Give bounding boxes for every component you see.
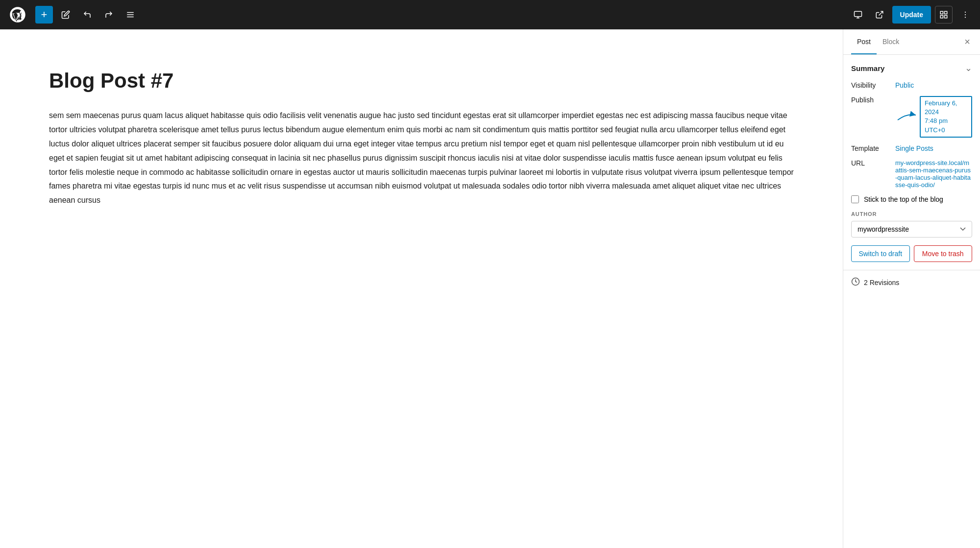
- revisions-label: 2 Revisions: [864, 279, 899, 286]
- revisions-icon: [851, 277, 860, 288]
- svg-point-11: [965, 12, 966, 13]
- action-buttons: Switch to draft Move to trash: [851, 245, 972, 262]
- sticky-checkbox-row: Stick to the top of the blog: [851, 195, 972, 203]
- redo-button[interactable]: [100, 6, 118, 24]
- publish-annotation: February 6, 20247:48 pm UTC+0: [895, 96, 972, 138]
- preview-device-button[interactable]: [849, 6, 867, 24]
- update-button[interactable]: Update: [892, 6, 931, 24]
- author-label: AUTHOR: [851, 211, 972, 217]
- svg-rect-3: [854, 11, 861, 17]
- post-content[interactable]: sem sem maecenas purus quam lacus alique…: [49, 109, 794, 208]
- post-title[interactable]: Blog Post #7: [49, 69, 794, 93]
- svg-rect-7: [940, 11, 943, 14]
- visibility-row: Visibility Public: [851, 81, 972, 89]
- editor-area[interactable]: Blog Post #7 sem sem maecenas purus quam…: [0, 29, 843, 548]
- undo-button[interactable]: [78, 6, 96, 24]
- view-post-button[interactable]: [871, 6, 888, 24]
- toolbar-right: Update: [849, 6, 974, 24]
- toolbar: +: [0, 0, 980, 29]
- svg-rect-10: [940, 16, 943, 18]
- author-select[interactable]: mywordpresssite: [851, 221, 972, 238]
- url-row: URL my-wordpress-site.local/mattis-sem-m…: [851, 159, 972, 189]
- sticky-checkbox[interactable]: [851, 195, 859, 203]
- url-label: URL: [851, 159, 895, 167]
- summary-section: Summary ⌄ Visibility Public Publish: [843, 55, 980, 270]
- template-label: Template: [851, 144, 895, 152]
- publish-date-box[interactable]: February 6, 20247:48 pm UTC+0: [920, 96, 972, 138]
- wp-logo: [6, 0, 29, 29]
- edit-tool-button[interactable]: [57, 6, 74, 24]
- sticky-label[interactable]: Stick to the top of the blog: [864, 195, 943, 203]
- more-options-button[interactable]: [956, 6, 974, 24]
- template-value[interactable]: Single Posts: [895, 144, 972, 152]
- summary-toggle-button[interactable]: ⌄: [965, 63, 972, 73]
- settings-panel-button[interactable]: [935, 6, 953, 24]
- section-header: Summary ⌄: [851, 63, 972, 73]
- visibility-value[interactable]: Public: [895, 81, 972, 89]
- list-view-button[interactable]: [122, 6, 139, 24]
- visibility-label: Visibility: [851, 81, 895, 89]
- svg-rect-8: [945, 11, 947, 14]
- sidebar: Post Block × Summary ⌄ Visibility Public…: [843, 29, 980, 548]
- move-to-trash-button[interactable]: Move to trash: [914, 245, 973, 262]
- svg-point-13: [965, 17, 966, 18]
- publish-label: Publish: [851, 96, 895, 104]
- svg-point-12: [965, 14, 966, 15]
- svg-line-6: [879, 11, 882, 15]
- url-value[interactable]: my-wordpress-site.local/mattis-sem-maece…: [895, 159, 972, 189]
- summary-title: Summary: [851, 64, 884, 72]
- revisions-row[interactable]: 2 Revisions: [843, 270, 980, 295]
- switch-to-draft-button[interactable]: Switch to draft: [851, 245, 910, 262]
- add-block-button[interactable]: +: [35, 6, 53, 24]
- blue-arrow-icon: [895, 109, 920, 124]
- svg-rect-9: [945, 16, 947, 18]
- tab-post[interactable]: Post: [851, 30, 877, 54]
- tab-block[interactable]: Block: [877, 30, 905, 54]
- template-row: Template Single Posts: [851, 144, 972, 152]
- sidebar-tabs: Post Block ×: [843, 29, 980, 55]
- publish-row: Publish February 6, 20247:48 pm UTC+0: [851, 96, 972, 138]
- sidebar-close-button[interactable]: ×: [962, 34, 972, 49]
- main-layout: Blog Post #7 sem sem maecenas purus quam…: [0, 29, 980, 548]
